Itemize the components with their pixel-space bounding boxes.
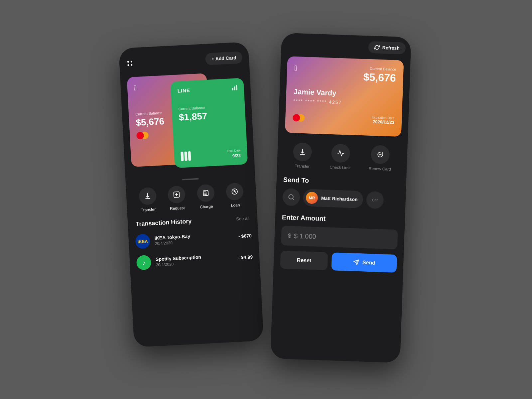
charge-icon	[197, 184, 215, 202]
loan-label: Loan	[231, 202, 240, 207]
check-limit-action[interactable]: Check Limit	[330, 144, 351, 170]
check-limit-label: Check Limit	[330, 165, 350, 170]
loan-action[interactable]: % Loan	[226, 183, 244, 208]
request-action[interactable]: Request	[168, 186, 186, 211]
currency-symbol: $	[288, 232, 292, 239]
transfer-icon	[139, 187, 157, 205]
left-top-bar: + Add Card	[126, 49, 243, 72]
send-to-title: Send To	[283, 176, 400, 188]
renew-card-label: Renew Card	[369, 166, 391, 172]
transfer-icon	[293, 142, 312, 162]
loan-icon: %	[226, 183, 244, 201]
scene: + Add Card  Current Balance $5,676	[126, 45, 406, 361]
exp-label: Expiration Date	[372, 115, 395, 120]
renew-card-action[interactable]: Renew Card	[369, 145, 392, 172]
card-detail:  Current Balance $5,676 Jamie Vardy ***…	[285, 56, 404, 137]
send-button[interactable]: Send	[332, 252, 397, 273]
exp-date: 2020/12/23	[371, 119, 394, 125]
dot	[131, 64, 132, 66]
balance-section: Current Balance $5,676	[363, 66, 396, 84]
send-to-row: MR Matt Richardson Chr	[282, 188, 399, 209]
svg-line-5	[293, 199, 294, 200]
card-holder-name: Jamie Vardy	[294, 87, 396, 100]
line-card[interactable]: LINE Current Balance $1,857	[170, 78, 248, 168]
add-card-button[interactable]: + Add Card	[205, 51, 242, 65]
bottom-buttons: Reset Send	[280, 251, 397, 273]
tx-header: Transaction History See all	[134, 215, 251, 228]
tx-item-ikea: IKEA IKEA Tokyo-Bay 20/4/2020 - $670	[135, 228, 252, 249]
dot	[131, 61, 132, 62]
tx-amount: - $670	[238, 233, 252, 239]
card-number: **** **** **** 4257	[293, 98, 395, 107]
request-icon	[168, 186, 186, 204]
send-label: Send	[362, 259, 376, 266]
card-detail-bottom: Expiration Date 2020/12/23	[293, 110, 395, 125]
right-action-row: Transfer Check Limit	[284, 142, 401, 172]
tx-amount: - ¥4.99	[238, 254, 253, 260]
see-all-link[interactable]: See all	[236, 216, 249, 221]
refresh-label: Refresh	[382, 45, 400, 51]
dot	[127, 61, 129, 63]
spotify-logo: ♪	[136, 255, 151, 270]
line-stripe-icon	[181, 151, 191, 161]
search-icon	[288, 194, 295, 200]
card-detail-top:  Current Balance $5,676	[294, 64, 396, 84]
refresh-button[interactable]: Refresh	[368, 41, 406, 55]
right-phone: Refresh  Current Balance $5,676 Jamie V…	[270, 33, 411, 363]
ikea-logo: IKEA	[135, 234, 150, 249]
line-logo: LINE	[177, 85, 237, 93]
transfer-action[interactable]: Transfer	[139, 187, 157, 213]
contact-name-matt: Matt Richardson	[321, 196, 358, 202]
card-exp-label: Exp. Date	[227, 149, 241, 153]
enter-amount-title: Enter Amount	[282, 213, 398, 225]
transaction-history-section: Transaction History See all IKEA IKEA To…	[134, 215, 253, 270]
dots-menu[interactable]	[126, 59, 134, 67]
tx-title: Transaction History	[136, 218, 192, 228]
left-phone: + Add Card  Current Balance $5,676	[119, 42, 264, 347]
check-limit-icon	[331, 144, 350, 163]
charge-label: Charge	[200, 204, 213, 209]
contact-chr-label: Chr	[372, 198, 378, 202]
mastercard-logo	[293, 114, 305, 122]
tx-info-ikea: IKEA Tokyo-Bay 20/4/2020	[154, 231, 234, 246]
amount-placeholder: $ 1,000	[294, 232, 316, 240]
transfer-label: Transfer	[141, 207, 156, 212]
refresh-icon	[374, 45, 380, 50]
search-button[interactable]	[282, 188, 300, 206]
contact-matt[interactable]: MR Matt Richardson	[303, 189, 363, 208]
dot	[127, 64, 129, 66]
action-row: Transfer Request	[133, 182, 250, 213]
request-label: Request	[170, 205, 185, 211]
tx-item-spotify: ♪ Spotify Subscription 20/4/2020 - ¥4.99	[136, 250, 253, 270]
charge-action[interactable]: Charge	[197, 184, 215, 209]
renew-card-icon	[371, 145, 390, 164]
transfer-label: Transfer	[295, 164, 310, 169]
reset-button[interactable]: Reset	[280, 251, 328, 270]
svg-text:%: %	[233, 190, 236, 193]
scroll-indicator	[182, 178, 199, 181]
balance-label: Current Balance	[364, 66, 396, 71]
cards-stack:  Current Balance $5,676 Exp. Date	[127, 71, 248, 174]
card-balance-amount: $1,857	[179, 109, 239, 123]
contact-avatar-matt: MR	[306, 192, 318, 204]
amount-input-box[interactable]: $ $ 1,000	[281, 226, 398, 249]
send-icon	[353, 259, 359, 265]
card-exp-date: 9/22	[232, 153, 241, 158]
transfer-action[interactable]: Transfer	[293, 142, 312, 169]
contact-chr[interactable]: Chr	[366, 191, 384, 209]
tx-info-spotify: Spotify Subscription 20/4/2020	[156, 253, 234, 267]
balance-amount: $5,676	[363, 71, 396, 84]
signal-icon	[232, 85, 237, 90]
apple-logo-detail: 	[294, 64, 297, 72]
